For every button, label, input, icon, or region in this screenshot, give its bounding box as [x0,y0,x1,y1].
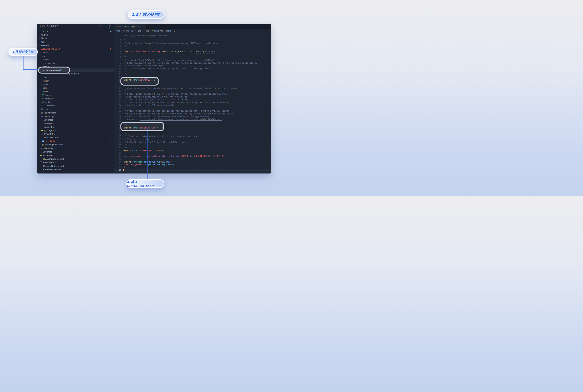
code-line[interactable]: 21 * and create an application if you do… [114,96,271,98]
code-line[interactable]: 43 [114,158,271,160]
tree-item-license[interactable]: ⊶LICENSE [37,154,114,157]
tree-item-readme-md[interactable]: ⓘREADME.md [37,160,114,164]
code-line[interactable]: 41 [114,152,271,155]
tree-item-label: .vscode [41,30,49,32]
tree-item-env-d-ts[interactable]: TSenv.d.ts [37,97,114,100]
tree-item-android[interactable]: ›Android [37,33,114,36]
tree-item-releasenotes-md[interactable]: ↓ReleaseNotes.md [37,168,114,171]
code-line[interactable]: 39 */ [114,146,271,149]
new-folder-icon[interactable] [100,25,102,28]
code-line[interactable]: 19 * [114,90,271,93]
tree-item--gitignore[interactable]: ◈.gitignore [37,118,114,122]
vscode-window: 文件夹: TUILIVEKIT ↻ ›.vscode›Android›Flutt… [37,24,271,174]
code-text: */ [121,146,127,149]
code-line[interactable]: 23 * Step3. Click "View Secret Key" to s… [114,101,271,104]
tree-item-public[interactable]: ›public [37,51,114,54]
code-line[interactable]: 20 * Step1. Enter Tencent Cloud TRTC [Co… [114,93,271,96]
tree-item--gitignore[interactable]: ◈.gitignore [37,150,114,154]
tree-item-ios[interactable]: ›iOS [37,40,114,44]
breadcrumb-item[interactable]: src [138,30,141,32]
breadcrumb-item[interactable]: Web [116,30,120,32]
tree-item-i18n[interactable]: ›i18n [37,76,114,79]
code-line[interactable]: 35 * Signature expiration time, which sh… [114,135,271,138]
code-line[interactable]: 45 return generator.genTestUserSig(userI… [114,163,271,166]
tree-item-styles[interactable]: ›styles [37,83,114,86]
breadcrumb: Web›web-vite-vue3›src›config›JSbasic-inf… [114,29,271,33]
code-line[interactable]: 9 * Enter Tencent Cloud TRTC [Console] (… [114,62,271,65]
code-text: */ [121,44,127,48]
code-line[interactable]: 7/** [114,56,271,59]
tree-item-index-html[interactable]: <>index.html [37,125,114,129]
tree-item-releasenotes-cn-md[interactable]: ↓ReleaseNotes.cn.md [37,164,114,168]
tree-item-tsconfig-node-json[interactable]: {}tsconfig.node.json [37,143,114,146]
code-line[interactable]: 5import LibGenerateTestUserSig from './l… [114,50,271,53]
breadcrumb-item[interactable]: web-vite-vue3 [123,30,136,32]
code-line[interactable]: 22 * Step2. Click your application to fi… [114,98,271,101]
code-line[interactable]: 34/** [114,132,271,135]
tree-item-src[interactable]: ›src [37,54,114,58]
code-line[interactable]: 37 * Default time: 7 * 24 * 60 * 60 = 60… [114,141,271,144]
tab-close-icon[interactable]: × [138,25,140,28]
code-line[interactable]: 4 [114,48,271,50]
code-line[interactable]: 38 * [114,144,271,146]
tree-item-tsconfig-json[interactable]: ›TStsconfig.json2 [37,140,114,143]
tree-item-package-json[interactable]: {}package.json [37,129,114,132]
tree-item--eslintrc-js[interactable]: ◉.eslintrc.js [37,115,114,118]
code-line[interactable]: 40export const EXPIRETIME = 604800; [114,149,271,152]
refresh-icon[interactable]: ↻ [104,25,107,28]
tree-item-app-vue[interactable]: VApp.vue [37,93,114,97]
code-line[interactable]: 11 * It is a unique identifier used by T… [114,67,271,70]
code-line[interactable]: 44export function genTestUserSig(userId)… [114,160,271,164]
code-line[interactable]: 13 */ [114,73,271,76]
tree-item-vite-config-ts[interactable]: TSvite.config.ts [37,146,114,150]
code-text: /** [121,56,127,59]
code-line[interactable]: 8 * Tencent Cloud SDKAppId, which should… [114,59,271,62]
tree-item-readme-md[interactable]: ⓘREADME.md [37,132,114,136]
code-text [121,53,123,56]
breadcrumb-item[interactable]: basic-info-config.js [154,30,171,32]
tree-item--eslintignore[interactable]: ◎.eslintignore [37,111,114,114]
code-line[interactable]: 3 */ [114,44,271,48]
code-line[interactable]: 24 * and copy it to the following variab… [114,104,271,107]
tree-item-coding-md[interactable]: ↓coding.md [37,122,114,125]
line-number: 5 [114,50,121,53]
tree-item-preview[interactable]: ›Preview [37,44,114,47]
tree-item-router[interactable]: ›router [37,79,114,82]
breadcrumb-item[interactable]: … [173,30,176,32]
code-line[interactable]: 17/** [114,84,271,87]
tree-item-components[interactable]: ›components [37,61,114,65]
code-line[interactable]: 6 [114,53,271,56]
code-line[interactable]: 47 [114,169,271,172]
code-line[interactable]: 18 * Encryption key for calculating sign… [114,87,271,90]
tree-item-readme-zh-cn-md[interactable]: ↓README-zh_CN.md [37,157,114,160]
code-line[interactable]: 29 * Document: https://intl.cloud.tencen… [114,118,271,121]
code-line[interactable]: 12 * [114,70,271,73]
code-line[interactable]: 28 * unauthorized traffic use caused by … [114,116,271,118]
tree-item--editorconfig[interactable]: ≡.editorconfig [37,104,114,107]
code-line[interactable]: 2 * @Description: Basic information conf… [114,42,271,45]
tree-item-web-web-vite-vue3[interactable]: ›Web/web-vite-vue3 [37,47,114,50]
code-line[interactable]: 26 * Notes: this method is only applicab… [114,110,271,112]
tree-item-views[interactable]: ›views [37,90,114,93]
tree-item-assets[interactable]: ›assets [37,58,114,61]
collapse-all-icon[interactable] [108,25,111,28]
tree-item-label: Flutter [41,37,47,40]
code-text [121,48,123,50]
code-line[interactable]: 25 * [114,107,271,110]
code-line[interactable]: 10 * and you will see the SDKAppId. [114,64,271,67]
code-line[interactable]: 36 * Time unit: second [114,138,271,141]
tree-item-readme-zh-md[interactable]: ↓README.zh.md [37,136,114,139]
tree-item-main-ts[interactable]: TSmain.ts [37,100,114,104]
code-line[interactable]: 27 * please migrate the UserSig calculat… [114,112,271,116]
code-line[interactable]: 46} [114,166,271,169]
tree-item-flutter[interactable]: ›Flutter [37,36,114,40]
tree-item--env[interactable]: ⚙.env [37,108,114,111]
code-line[interactable]: 42const generator = new LibGenerateTestU… [114,155,271,158]
new-file-icon[interactable] [95,25,98,28]
chevron-right-icon: › [40,86,42,89]
tree-item-utils[interactable]: ›utils [37,86,114,90]
code-line[interactable]: 1/* [114,39,271,42]
tree-item--vscode[interactable]: ›.vscode [37,30,114,33]
tab-basic-info-config[interactable]: JS basic-info-config.js × [114,24,146,29]
code-text: return generator.genTestUserSig(userId); [121,163,177,166]
